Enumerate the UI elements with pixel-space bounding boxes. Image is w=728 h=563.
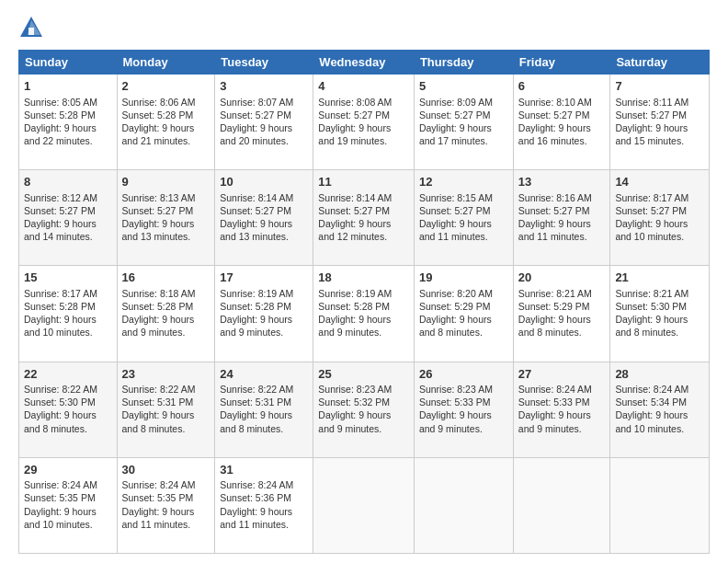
day-number: 4 [318, 78, 409, 95]
day-info-line: and 21 minutes. [122, 134, 210, 147]
day-number: 10 [220, 174, 308, 190]
day-info-line: Daylight: 9 hours [318, 313, 409, 326]
day-info-line: Daylight: 9 hours [220, 505, 308, 518]
cal-cell: 17Sunrise: 8:19 AMSunset: 5:28 PMDayligh… [215, 266, 313, 362]
day-info-line: Sunrise: 8:14 AM [220, 191, 308, 204]
week-row-2: 8Sunrise: 8:12 AMSunset: 5:27 PMDaylight… [19, 170, 710, 266]
day-info-line: Daylight: 9 hours [122, 505, 210, 518]
day-info-line: Sunrise: 8:13 AM [122, 191, 210, 204]
cal-cell: 28Sunrise: 8:24 AMSunset: 5:34 PMDayligh… [610, 362, 710, 457]
cal-cell: 10Sunrise: 8:14 AMSunset: 5:27 PMDayligh… [215, 170, 313, 266]
day-info-line: Daylight: 9 hours [615, 408, 704, 421]
day-info-line: Sunset: 5:27 PM [615, 204, 704, 217]
day-info-line: Sunrise: 8:24 AM [615, 383, 704, 396]
day-info-line: and 13 minutes. [220, 230, 308, 243]
day-info-line: Sunrise: 8:24 AM [518, 383, 606, 396]
day-info-line: Sunrise: 8:22 AM [24, 383, 112, 396]
day-info-line: and 8 minutes. [220, 422, 308, 435]
day-info-line: Sunrise: 8:23 AM [318, 383, 409, 396]
day-info-line: Sunset: 5:28 PM [220, 300, 308, 313]
day-info-line: and 14 minutes. [24, 230, 112, 243]
cal-cell: 20Sunrise: 8:21 AMSunset: 5:29 PMDayligh… [513, 266, 610, 362]
col-header-wednesday: Wednesday [313, 51, 415, 75]
day-info-line: Daylight: 9 hours [318, 121, 409, 134]
logo-icon [18, 15, 44, 40]
cal-cell: 3Sunrise: 8:07 AMSunset: 5:27 PMDaylight… [215, 75, 313, 170]
day-number: 2 [122, 78, 210, 95]
day-info-line: Sunset: 5:27 PM [220, 109, 308, 121]
day-info-line: Sunset: 5:30 PM [615, 300, 704, 313]
day-info-line: Sunset: 5:29 PM [419, 300, 508, 313]
day-info-line: and 16 minutes. [518, 134, 606, 147]
cal-cell: 18Sunrise: 8:19 AMSunset: 5:28 PMDayligh… [313, 266, 415, 362]
cal-cell: 1Sunrise: 8:05 AMSunset: 5:28 PMDaylight… [19, 75, 118, 170]
svg-rect-2 [28, 28, 34, 35]
day-info-line: Sunrise: 8:17 AM [24, 287, 112, 300]
cal-cell: 25Sunrise: 8:23 AMSunset: 5:32 PMDayligh… [313, 362, 415, 457]
day-info-line: Daylight: 9 hours [24, 505, 112, 518]
page: SundayMondayTuesdayWednesdayThursdayFrid… [0, 0, 728, 563]
day-info-line: and 9 minutes. [220, 326, 308, 339]
col-header-tuesday: Tuesday [215, 51, 313, 75]
day-info-line: and 9 minutes. [518, 422, 606, 435]
day-info-line: Daylight: 9 hours [419, 408, 508, 421]
cal-cell: 12Sunrise: 8:15 AMSunset: 5:27 PMDayligh… [414, 170, 513, 266]
cal-cell: 15Sunrise: 8:17 AMSunset: 5:28 PMDayligh… [19, 266, 118, 362]
day-info-line: Sunset: 5:27 PM [518, 109, 606, 121]
day-info-line: Daylight: 9 hours [518, 408, 606, 421]
day-info-line: Sunset: 5:28 PM [318, 300, 409, 313]
day-info-line: and 10 minutes. [615, 422, 704, 435]
day-number: 18 [318, 270, 409, 286]
day-info-line: and 8 minutes. [24, 422, 112, 435]
cal-cell: 14Sunrise: 8:17 AMSunset: 5:27 PMDayligh… [610, 170, 710, 266]
cal-cell: 13Sunrise: 8:16 AMSunset: 5:27 PMDayligh… [513, 170, 610, 266]
day-number: 12 [419, 174, 508, 190]
cal-cell: 27Sunrise: 8:24 AMSunset: 5:33 PMDayligh… [513, 362, 610, 457]
day-info-line: and 12 minutes. [318, 230, 409, 243]
day-info-line: Daylight: 9 hours [615, 217, 704, 230]
cal-cell: 26Sunrise: 8:23 AMSunset: 5:33 PMDayligh… [414, 362, 513, 457]
day-number: 9 [122, 174, 210, 190]
day-number: 14 [615, 174, 704, 190]
day-info-line: Sunrise: 8:07 AM [220, 96, 308, 109]
day-number: 5 [419, 78, 508, 95]
day-info-line: Sunset: 5:35 PM [24, 491, 112, 504]
day-info-line: Sunrise: 8:14 AM [318, 191, 409, 204]
day-number: 23 [122, 366, 210, 383]
col-header-saturday: Saturday [610, 51, 710, 75]
day-info-line: Sunset: 5:27 PM [419, 204, 508, 217]
day-number: 27 [518, 366, 606, 383]
day-info-line: and 11 minutes. [518, 230, 606, 243]
col-header-thursday: Thursday [414, 51, 513, 75]
week-row-5: 29Sunrise: 8:24 AMSunset: 5:35 PMDayligh… [19, 457, 710, 553]
day-info-line: Daylight: 9 hours [518, 217, 606, 230]
day-info-line: and 9 minutes. [419, 422, 508, 435]
day-info-line: Daylight: 9 hours [122, 313, 210, 326]
cal-cell: 21Sunrise: 8:21 AMSunset: 5:30 PMDayligh… [610, 266, 710, 362]
day-number: 31 [220, 462, 308, 478]
day-info-line: Sunrise: 8:12 AM [24, 191, 112, 204]
day-number: 22 [24, 366, 112, 383]
day-info-line: Daylight: 9 hours [518, 121, 606, 134]
day-info-line: and 10 minutes. [24, 518, 112, 531]
day-info-line: Sunrise: 8:22 AM [122, 383, 210, 396]
day-number: 24 [220, 366, 308, 383]
day-info-line: and 10 minutes. [24, 326, 112, 339]
day-info-line: Sunset: 5:27 PM [220, 204, 308, 217]
day-info-line: Sunrise: 8:24 AM [24, 478, 112, 491]
day-info-line: and 10 minutes. [615, 230, 704, 243]
day-number: 21 [615, 270, 704, 286]
cal-cell: 19Sunrise: 8:20 AMSunset: 5:29 PMDayligh… [414, 266, 513, 362]
day-info-line: Sunset: 5:28 PM [24, 300, 112, 313]
day-info-line: and 8 minutes. [122, 422, 210, 435]
day-info-line: Sunset: 5:28 PM [122, 109, 210, 121]
col-header-friday: Friday [513, 51, 610, 75]
day-number: 30 [122, 462, 210, 478]
day-number: 19 [419, 270, 508, 286]
day-info-line: Sunset: 5:31 PM [122, 396, 210, 408]
day-info-line: Sunrise: 8:08 AM [318, 96, 409, 109]
cal-cell: 11Sunrise: 8:14 AMSunset: 5:27 PMDayligh… [313, 170, 415, 266]
day-info-line: Sunset: 5:31 PM [220, 396, 308, 408]
cal-cell: 9Sunrise: 8:13 AMSunset: 5:27 PMDaylight… [117, 170, 215, 266]
day-number: 11 [318, 174, 409, 190]
